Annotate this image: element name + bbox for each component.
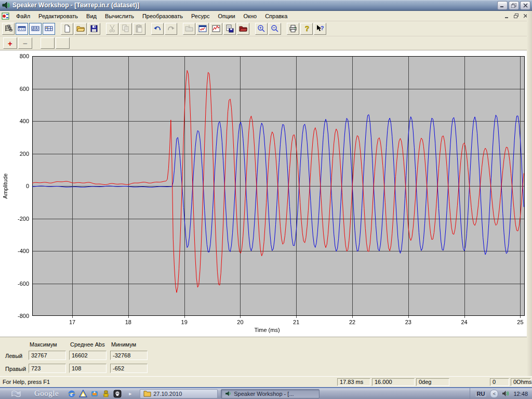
triangle-delta-icon[interactable] (78, 389, 87, 398)
volume-icon[interactable] (502, 390, 510, 397)
stats-row-label-right: Правый (5, 366, 26, 372)
stats-left-max: 32767 (29, 351, 66, 360)
google-deskbar-label[interactable]: Google (34, 389, 59, 398)
datasheet-view-button[interactable] (16, 23, 28, 35)
screen: { "window": { "title": "Speaker Workshop… (0, 0, 532, 399)
taskbar-button-speaker-workshop[interactable]: Speaker Workshop - [... (221, 389, 320, 398)
new-button[interactable] (61, 23, 73, 35)
skull-icon[interactable] (113, 389, 122, 398)
menu-window[interactable]: Окно (240, 12, 261, 20)
help-button[interactable]: ? (300, 23, 313, 35)
menu-options[interactable]: Опции (214, 12, 239, 20)
stats-right-avg: 108 (69, 364, 107, 373)
zoom-in-button[interactable] (255, 23, 268, 35)
stats-right-max: 723 (29, 364, 66, 373)
clock: 12:48 (513, 391, 528, 397)
window-edge (527, 11, 532, 389)
menu-help[interactable]: Справка (261, 12, 291, 20)
stats-header-min: Минимум (111, 341, 136, 348)
window-title: Speaker Workshop - [Твитер.in.r (dataset… (12, 2, 139, 9)
export-button[interactable] (237, 23, 249, 35)
blank-button-2[interactable] (56, 37, 70, 49)
quick-launch-expand-arrow[interactable]: ▸ (129, 391, 131, 396)
redo-button[interactable] (165, 23, 177, 35)
stats-left-avg: 16602 (69, 351, 107, 360)
status-phase: 0deg (416, 378, 449, 386)
stats-left-min: -32768 (110, 351, 148, 360)
remove-button[interactable]: − (18, 37, 32, 49)
dataset-icon (2, 12, 10, 20)
mdi-minimize-button[interactable] (502, 12, 511, 20)
status-cursor-time: 17.83 ms (337, 378, 370, 386)
copy-button[interactable] (119, 23, 132, 35)
stats-panel: Максимум Среднее Abs Минимум Левый 32767… (0, 337, 527, 376)
outline-view-button[interactable] (2, 23, 15, 35)
menu-resource[interactable]: Ресурс (187, 12, 214, 20)
menu-bar: Файл Редактировать Вид Вычислить Преобра… (0, 11, 532, 21)
ie-icon[interactable]: e (67, 389, 76, 398)
close-button[interactable] (520, 1, 530, 10)
system-tray: RU < 12:48 (470, 388, 532, 399)
stats-header-avg: Среднее Abs (70, 341, 105, 348)
tray-collapse-arrow[interactable]: < (490, 390, 498, 398)
chart-view-button[interactable] (210, 23, 222, 35)
svg-text:e: e (70, 390, 73, 397)
waveform-canvas[interactable] (0, 50, 527, 337)
menu-transform[interactable]: Преобразовать (138, 12, 187, 20)
stats-right-min: -652 (110, 364, 148, 373)
grid-view-button[interactable] (29, 23, 42, 35)
dataset-toolbar: + − (0, 36, 532, 50)
stats-row-label-left: Левый (5, 353, 22, 359)
blue-box-icon[interactable] (90, 389, 99, 398)
main-toolbar: ? ? (0, 21, 532, 36)
undo-button[interactable] (151, 23, 164, 35)
start-flag-icon[interactable] (11, 390, 22, 398)
status-bar: For Help, press F1 17.83 ms 16.000 0deg … (0, 376, 532, 387)
chart-area (0, 50, 527, 337)
status-message: For Help, press F1 (3, 379, 50, 385)
folder-icon (143, 390, 151, 397)
blank-button-1[interactable] (41, 37, 55, 49)
menu-file[interactable]: Файл (12, 12, 34, 20)
save-chart-button[interactable] (223, 23, 236, 35)
zoom-out-button[interactable] (269, 23, 281, 35)
menu-calculate[interactable]: Вычислить (101, 12, 138, 20)
open-button[interactable] (74, 23, 87, 35)
table-view-button[interactable] (43, 23, 55, 35)
taskbar: Google e ▸ 27.10.2010 Speaker Workshop -… (0, 387, 532, 399)
save-button[interactable] (88, 23, 100, 35)
app-icon (2, 1, 10, 9)
context-help-button[interactable]: ? (314, 23, 326, 35)
svg-text:?: ? (305, 24, 310, 33)
title-bar: Speaker Workshop - [Твитер.in.r (dataset… (0, 0, 532, 11)
paste-button[interactable] (133, 23, 145, 35)
add-button[interactable]: + (3, 37, 17, 49)
stats-header-max: Максимум (30, 341, 57, 348)
speaker-app-icon (224, 390, 232, 397)
menu-edit[interactable]: Редактировать (34, 12, 82, 20)
menu-view[interactable]: Вид (82, 12, 101, 20)
status-value-1: 16.000 (372, 378, 415, 386)
yellow-robot-icon[interactable] (101, 389, 110, 398)
cut-button[interactable] (106, 23, 118, 35)
status-impedance: 0Ohms (511, 378, 531, 386)
taskbar-button-folder[interactable]: 27.10.2010 (140, 389, 218, 398)
restore-button[interactable] (509, 1, 519, 10)
language-indicator[interactable]: RU (475, 391, 487, 397)
mdi-restore-button[interactable] (512, 12, 521, 20)
svg-text:?: ? (321, 25, 324, 31)
print-button[interactable] (287, 23, 299, 35)
import-button[interactable] (183, 23, 195, 35)
properties-button[interactable] (196, 23, 209, 35)
minimize-button[interactable] (497, 1, 508, 10)
status-value-2: 0 (490, 378, 509, 386)
